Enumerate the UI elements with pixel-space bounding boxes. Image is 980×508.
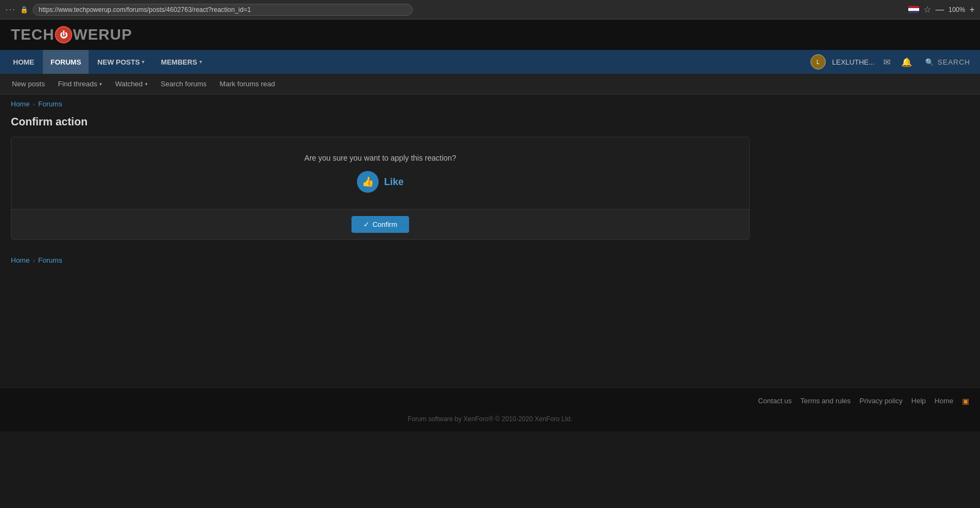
footer-contact[interactable]: Contact us: [758, 397, 791, 405]
logo-icon: ⏻: [55, 26, 72, 43]
subnav-search-forums[interactable]: Search forums: [155, 77, 212, 91]
address-bar[interactable]: https://www.techpowerup.com/forums/posts…: [33, 4, 413, 16]
power-icon: ⏻: [60, 30, 67, 39]
sub-nav: New posts Find threads ▾ Watched ▾ Searc…: [0, 74, 980, 94]
nav-home[interactable]: HOME: [5, 50, 42, 74]
browser-chrome: ··· 🔒 https://www.techpowerup.com/forums…: [0, 0, 980, 20]
nav-right: L LEXLUTHE... ✉ 🔔 🔍 SEARCH: [811, 54, 975, 69]
breadcrumb: Home › Forums: [0, 94, 980, 113]
browser-menu[interactable]: ···: [5, 5, 16, 15]
breadcrumb-forums[interactable]: Forums: [38, 100, 62, 108]
footer-copyright: Forum software by XenForo® © 2010-2020 X…: [11, 411, 969, 423]
like-icon-circle: 👍: [357, 171, 379, 193]
ssl-icon: 🔒: [20, 6, 28, 14]
like-reaction: 👍 Like: [357, 171, 404, 193]
find-threads-arrow: ▾: [99, 81, 102, 87]
logo-text-powerup: WERUP: [73, 26, 132, 43]
avatar[interactable]: L: [811, 54, 826, 69]
messages-icon[interactable]: ✉: [881, 55, 893, 69]
page-title: Confirm action: [0, 113, 980, 137]
footer-help[interactable]: Help: [912, 397, 926, 405]
search-button[interactable]: 🔍 SEARCH: [921, 56, 975, 68]
main-nav: HOME FORUMS NEW POSTS ▾ MEMBERS ▾ L LEXL…: [0, 50, 980, 74]
minimize-icon[interactable]: —: [935, 5, 944, 15]
nav-members[interactable]: MEMBERS ▾: [153, 50, 209, 74]
nav-forums[interactable]: FORUMS: [43, 50, 89, 74]
nav-new-posts[interactable]: NEW POSTS ▾: [90, 50, 152, 74]
content-area: Are you sure you want to apply this reac…: [0, 137, 980, 240]
footer: Contact us Terms and rules Privacy polic…: [0, 388, 980, 431]
footer-privacy[interactable]: Privacy policy: [859, 397, 902, 405]
bottom-breadcrumb-forums[interactable]: Forums: [38, 256, 62, 264]
subnav-new-posts[interactable]: New posts: [7, 77, 51, 91]
zoom-in-icon[interactable]: +: [970, 5, 975, 15]
subnav-watched[interactable]: Watched ▾: [110, 77, 153, 91]
site-header: TECH ⏻ WERUP: [0, 20, 980, 50]
subnav-find-threads[interactable]: Find threads ▾: [53, 77, 108, 91]
nav-links: HOME FORUMS NEW POSTS ▾ MEMBERS ▾: [5, 50, 811, 74]
breadcrumb-home[interactable]: Home: [11, 100, 30, 108]
footer-home[interactable]: Home: [934, 397, 953, 405]
search-icon: 🔍: [925, 58, 934, 66]
bookmark-icon[interactable]: ☆: [924, 4, 931, 15]
logo-text-tech: TECH: [11, 26, 54, 43]
breadcrumb-sep-1: ›: [33, 101, 35, 107]
subnav-mark-read[interactable]: Mark forums read: [214, 77, 280, 91]
main-area: Home › Forums Confirm action Are you sur…: [0, 94, 980, 366]
confirm-check-icon: ✓: [363, 220, 369, 228]
footer-terms[interactable]: Terms and rules: [801, 397, 851, 405]
new-posts-dropdown-arrow: ▾: [142, 59, 145, 65]
watched-arrow: ▾: [145, 81, 148, 87]
confirm-body: Are you sure you want to apply this reac…: [11, 137, 749, 209]
confirm-box: Are you sure you want to apply this reac…: [11, 137, 750, 240]
flag-icon: [908, 6, 919, 13]
footer-links: Contact us Terms and rules Privacy polic…: [11, 397, 969, 405]
browser-actions: ☆ — 100% +: [908, 4, 975, 15]
username[interactable]: LEXLUTHE...: [832, 58, 875, 66]
notifications-icon[interactable]: 🔔: [899, 55, 914, 69]
like-label: Like: [384, 176, 404, 188]
zoom-level: 100%: [948, 6, 965, 14]
avatar-initials: L: [816, 59, 820, 65]
bottom-breadcrumb-sep: ›: [33, 257, 35, 264]
bottom-breadcrumb: Home › Forums: [0, 240, 980, 273]
rss-icon[interactable]: ▣: [962, 397, 969, 405]
site-logo[interactable]: TECH ⏻ WERUP: [11, 26, 132, 43]
confirm-footer: ✓ Confirm: [11, 209, 749, 239]
confirm-button[interactable]: ✓ Confirm: [351, 216, 410, 233]
members-dropdown-arrow: ▾: [199, 59, 202, 65]
thumbs-up-icon: 👍: [362, 176, 374, 188]
confirm-button-label: Confirm: [373, 220, 398, 228]
bottom-breadcrumb-home[interactable]: Home: [11, 256, 30, 264]
confirm-question: Are you sure you want to apply this reac…: [304, 154, 456, 162]
